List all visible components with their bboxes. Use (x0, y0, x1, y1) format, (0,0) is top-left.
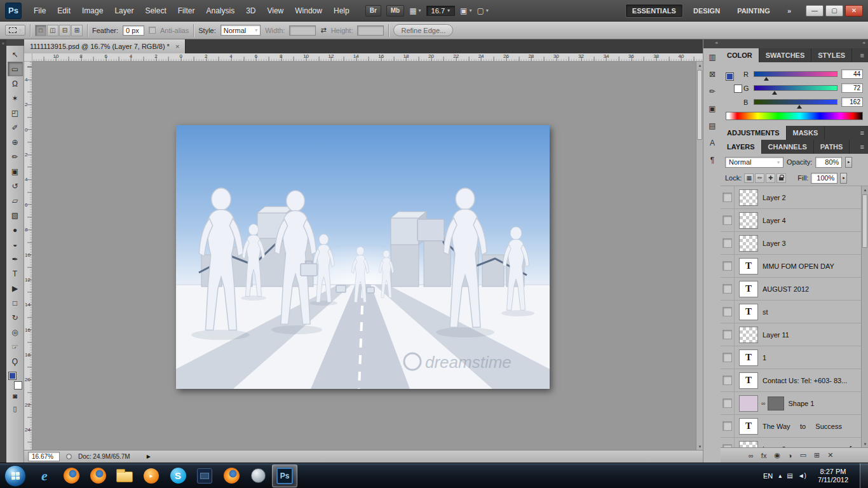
layer-row[interactable]: Layer 2 (721, 186, 868, 209)
layer-visibility-toggle[interactable] (721, 186, 735, 209)
layer-row[interactable]: TThe Way to Success (721, 415, 868, 438)
tab-channels[interactable]: CHANNELS (762, 140, 814, 154)
slider-marker-r[interactable] (764, 77, 769, 81)
clone-source-panel-icon[interactable]: ▣ (703, 100, 721, 117)
zoom-level-field[interactable]: 16.7▾ (426, 6, 455, 16)
tab-styles[interactable]: STYLES (811, 48, 852, 62)
tab-masks[interactable]: MASKS (787, 126, 825, 140)
brush-presets-panel-icon[interactable]: ✏ (703, 83, 721, 100)
move-tool[interactable]: ↖ (8, 47, 23, 62)
style-select[interactable]: Normal▾ (220, 25, 261, 36)
layer-visibility-toggle[interactable] (721, 415, 735, 438)
show-desktop-button[interactable] (860, 463, 868, 488)
layer-visibility-toggle[interactable] (721, 392, 735, 415)
menu-analysis[interactable]: Analysis (200, 0, 240, 22)
menu-select[interactable]: Select (139, 0, 172, 22)
taskbar-windows-explorer[interactable] (112, 464, 137, 487)
slider-value-r[interactable]: 44 (841, 69, 863, 79)
lasso-tool[interactable]: Ω (8, 76, 23, 91)
taskbar-firefox-3[interactable] (219, 464, 244, 487)
blur-tool[interactable]: ● (8, 222, 23, 237)
workspace-painting[interactable]: PAINTING (730, 4, 777, 18)
menu-file[interactable]: File (28, 0, 51, 22)
gradient-tool[interactable]: ▧ (8, 208, 23, 222)
start-button[interactable] (4, 465, 26, 487)
layer-row[interactable]: TMMU FOM OPEN DAY (721, 255, 868, 278)
view-extras-button[interactable]: ▦▾ (409, 6, 421, 15)
vertical-ruler[interactable]: 4202468101214161820222426 (24, 62, 32, 450)
scroll-up-icon[interactable]: ▲ (862, 186, 868, 193)
layer-row[interactable]: Tst (721, 301, 868, 323)
tab-layers[interactable]: LAYERS (721, 140, 762, 154)
brush-tool[interactable]: ✏ (8, 149, 23, 164)
display-icon[interactable]: ▤ (787, 472, 792, 479)
layer-row[interactable]: Layer 4 (721, 209, 868, 232)
layer-row[interactable]: TContact Us: Tel: +603- 83... (721, 369, 868, 392)
width-input[interactable] (289, 25, 316, 36)
workspace-design[interactable]: DESIGN (686, 4, 727, 18)
layer-visibility-toggle[interactable] (721, 346, 735, 369)
panel-menu-icon[interactable]: ≡ (857, 129, 868, 137)
taskbar-clock[interactable]: 8:27 PM 7/11/2012 (812, 468, 854, 484)
hand-tool[interactable]: ☞ (8, 339, 23, 354)
collapse-icon[interactable]: « (715, 40, 718, 46)
anti-alias-checkbox[interactable] (149, 27, 156, 34)
menu-view[interactable]: View (261, 0, 289, 22)
scroll-down-icon[interactable]: ▼ (862, 440, 868, 447)
zoom-tool[interactable]: Ϙ (8, 354, 23, 369)
tab-paths[interactable]: PATHS (814, 140, 850, 154)
fx-expand-icon[interactable]: ▾ (857, 446, 859, 447)
rectangular-marquee-tool[interactable]: ▭ (8, 62, 23, 76)
screen-mode-toggle[interactable]: ▯ (8, 402, 23, 415)
3d-rotate-tool[interactable]: ↻ (8, 310, 23, 325)
restore-button[interactable]: ▢ (825, 5, 843, 17)
language-indicator[interactable]: EN (763, 472, 773, 480)
intersect-selection-icon[interactable]: ⊞ (71, 25, 83, 36)
color-spectrum-ramp[interactable] (726, 112, 863, 120)
document-tab[interactable]: 1111113915.psd @ 16.7% (Layer 7, RGB/8) … (24, 39, 186, 53)
type-tool[interactable]: T (8, 266, 23, 281)
collapse-icon[interactable]: « (2, 41, 4, 46)
screen-mode-button[interactable]: ▢▾ (477, 6, 488, 15)
panel-menu-icon[interactable]: ≡ (857, 143, 868, 151)
new-group-icon[interactable]: ▭ (800, 451, 806, 459)
canvas-vertical-scrollbar[interactable]: ▲ ▼ (696, 62, 703, 450)
eraser-tool[interactable]: ▱ (8, 193, 23, 208)
link-layers-icon[interactable]: ∞ (749, 452, 754, 459)
blend-mode-select[interactable]: Normal▾ (725, 157, 783, 168)
character-panel-icon[interactable]: A (703, 134, 721, 151)
add-selection-icon[interactable]: ◫ (47, 25, 58, 36)
layer-row[interactable]: Layer 3 (721, 232, 868, 255)
healing-brush-tool[interactable]: ⊕ (8, 135, 23, 149)
fill-slider-arrow[interactable]: ▸ (840, 173, 847, 184)
taskbar-app-window[interactable] (192, 464, 217, 487)
quick-mask-button[interactable]: ◙ (8, 390, 23, 402)
pen-tool[interactable]: ✒ (8, 252, 23, 266)
taskbar-firefox-2[interactable] (85, 464, 111, 487)
layer-row[interactable]: Layer 8fx▾ (721, 438, 868, 447)
history-brush-tool[interactable]: ↺ (8, 179, 23, 193)
launch-bridge-button[interactable]: Br (365, 5, 381, 17)
taskbar-firefox-1[interactable] (58, 464, 84, 487)
tab-swatches[interactable]: SWATCHES (759, 48, 812, 62)
layer-visibility-toggle[interactable] (721, 323, 735, 346)
lock-position-icon[interactable]: ✚ (766, 173, 775, 183)
delete-layer-icon[interactable]: ✕ (827, 451, 833, 459)
dodge-tool[interactable]: ◒ (8, 237, 23, 252)
workspace-essentials[interactable]: ESSENTIALS (625, 4, 683, 18)
layer-row[interactable]: T1 (721, 346, 868, 369)
slider-track-g[interactable] (754, 85, 837, 91)
collapse-icon[interactable]: « (863, 40, 865, 46)
scrollbar-thumb[interactable] (697, 70, 702, 140)
layer-visibility-toggle[interactable] (721, 255, 735, 278)
3d-camera-tool[interactable]: ◎ (8, 325, 23, 339)
menu-edit[interactable]: Edit (51, 0, 76, 22)
tab-color[interactable]: COLOR (721, 48, 759, 62)
close-button[interactable]: ✕ (845, 5, 863, 17)
height-input[interactable] (357, 25, 384, 36)
histogram-panel-icon[interactable]: ▥ (703, 48, 721, 65)
background-swatch[interactable] (14, 381, 22, 390)
layer-row[interactable]: ∞Shape 1 (721, 392, 868, 415)
quick-selection-tool[interactable]: ✶ (8, 91, 23, 105)
slider-track-b[interactable] (754, 99, 837, 105)
